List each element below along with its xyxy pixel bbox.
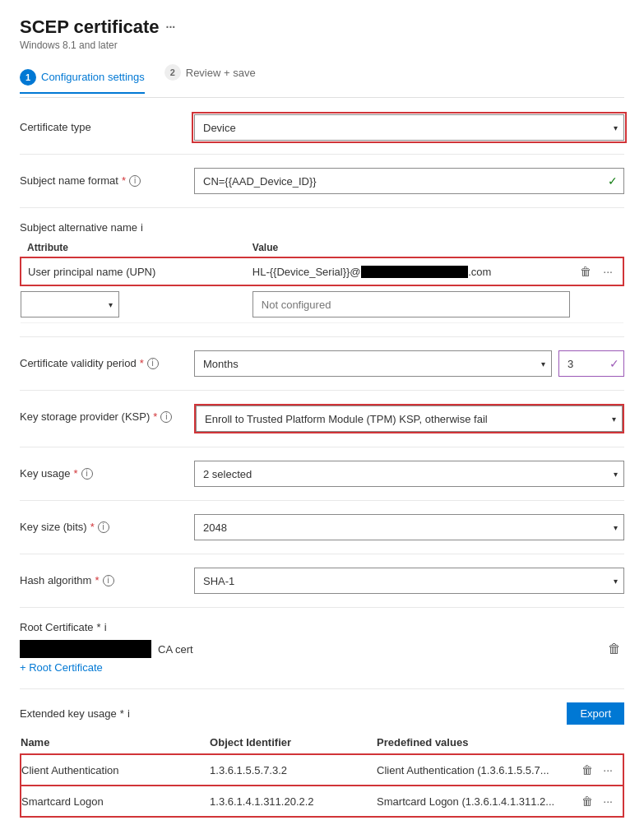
subject-name-format-select-wrapper: CN={{AAD_Device_ID}} ✓ <box>194 168 624 194</box>
eku-header: Extended key usage * i Export <box>20 702 624 725</box>
eku-row3-oid: 1.2.3.4.5.6.7.888 <box>210 817 377 825</box>
ellipsis-menu[interactable]: ··· <box>166 21 176 34</box>
subject-name-format-row: Subject name format * i CN={{AAD_Device_… <box>20 168 624 194</box>
certificate-type-row: Certificate type Device User ▾ <box>20 114 624 141</box>
san-info-icon[interactable]: i <box>141 221 143 234</box>
eku-row2-pred: Smartcard Logon (1.3.6.1.4.1.311.2... <box>377 786 578 817</box>
san-row1-value: HL-{{Device_Serial}}@redacted.com <box>253 266 491 278</box>
san-attr-col: Attribute <box>21 239 253 257</box>
eku-col-pred: Predefined values <box>377 731 578 754</box>
san-row1-attr: User principal name (UPN) <box>28 266 155 278</box>
ksp-select[interactable]: Enroll to Trusted Platform Module (TPM) … <box>196 406 623 432</box>
key-usage-row: Key usage * i 2 selected ▾ <box>20 461 624 487</box>
eku-row2-name: Smartcard Logon <box>21 786 210 817</box>
hash-algorithm-label: Hash algorithm * i <box>20 568 184 586</box>
san-row1-actions: 🗑 ··· <box>577 263 616 280</box>
san-row-1: User principal name (UPN) HL-{{Device_Se… <box>21 257 623 285</box>
ksp-select-wrapper: Enroll to Trusted Platform Module (TPM) … <box>194 404 624 433</box>
eku-col-oid: Object Identifier <box>210 731 377 754</box>
eku-row2-delete-btn[interactable]: 🗑 <box>578 793 596 809</box>
eku-label: Extended key usage <box>20 707 117 720</box>
root-cert-name: CA cert <box>158 643 193 656</box>
key-size-info-icon[interactable]: i <box>98 521 109 533</box>
validity-unit-select-wrapper: Months Days Years ▾ <box>194 350 552 377</box>
root-cert-redacted <box>20 640 151 658</box>
step-1-circle: 1 <box>20 69 36 86</box>
eku-table: Name Object Identifier Predefined values… <box>20 731 624 825</box>
hash-algorithm-control: SHA-1 SHA-2 ▾ <box>194 568 624 594</box>
eku-row3-pred: Test EKU (1.2.3.4.5.6.7.888) <box>377 817 578 825</box>
eku-row1-oid: 1.3.6.1.5.5.7.3.2 <box>210 754 377 786</box>
eku-row2-more-btn[interactable]: ··· <box>600 793 616 809</box>
step-2-circle: 2 <box>164 64 181 81</box>
san-table: Attribute Value User principal name (UPN… <box>20 239 624 323</box>
key-usage-select[interactable]: 2 selected <box>194 461 624 487</box>
eku-row-3: Test EKU 1.2.3.4.5.6.7.888 Test EKU (1.2… <box>21 817 623 825</box>
san-label: Subject alternative name i <box>20 221 624 234</box>
step-2-label: Review + save <box>186 67 256 79</box>
key-size-label: Key size (bits) * i <box>20 514 184 533</box>
key-usage-select-wrapper: 2 selected ▾ <box>194 461 624 487</box>
key-usage-info-icon[interactable]: i <box>81 468 93 480</box>
check-icon: ✓ <box>608 174 618 188</box>
ksp-row: Key storage provider (KSP) * i Enroll to… <box>20 404 624 433</box>
key-size-select[interactable]: 2048 1024 4096 <box>194 514 624 540</box>
eku-row1-actions: 🗑 ··· <box>578 762 616 778</box>
step-1[interactable]: 1 Configuration settings <box>20 69 145 94</box>
eku-row-1: Client Authentication 1.3.6.1.5.5.7.3.2 … <box>21 754 623 786</box>
san-value-col: Value <box>253 239 577 257</box>
step-2[interactable]: 2 Review + save <box>164 64 256 87</box>
subject-alternative-name-section: Subject alternative name i Attribute Val… <box>20 221 624 323</box>
eku-row1-delete-btn[interactable]: 🗑 <box>578 762 596 778</box>
san-row1-delete-btn[interactable]: 🗑 <box>577 263 595 280</box>
subject-name-format-select[interactable]: CN={{AAD_Device_ID}} <box>194 168 624 194</box>
ksp-label: Key storage provider (KSP) * i <box>20 404 184 423</box>
hash-algorithm-select[interactable]: SHA-1 SHA-2 <box>194 568 624 594</box>
key-size-select-wrapper: 2048 1024 4096 ▾ <box>194 514 624 540</box>
root-cert-row: CA cert 🗑 <box>20 640 624 658</box>
add-root-cert-btn[interactable]: + Root Certificate <box>20 661 103 674</box>
validity-number-wrapper: ✓ <box>558 350 624 377</box>
root-cert-delete-btn[interactable]: 🗑 <box>605 640 624 658</box>
validity-unit-select[interactable]: Months Days Years <box>194 350 552 377</box>
step-1-label: Configuration settings <box>41 71 145 83</box>
root-certificate-section: Root Certificate * i CA cert 🗑 + Root Ce… <box>20 621 624 674</box>
eku-row-2: Smartcard Logon 1.3.6.1.4.1.311.20.2.2 S… <box>21 786 623 817</box>
eku-info-icon[interactable]: i <box>127 707 130 720</box>
page-title: SCEP certificate <box>20 16 160 38</box>
root-cert-label: Root Certificate <box>20 621 94 633</box>
eku-col-name: Name <box>21 731 210 754</box>
key-usage-label: Key usage * i <box>20 461 184 480</box>
key-size-row: Key size (bits) * i 2048 1024 4096 ▾ <box>20 514 624 540</box>
ksp-control: Enroll to Trusted Platform Module (TPM) … <box>194 404 624 433</box>
eku-row2-actions: 🗑 ··· <box>578 793 616 809</box>
key-size-control: 2048 1024 4096 ▾ <box>194 514 624 540</box>
hash-info-icon[interactable]: i <box>103 575 114 586</box>
ksp-info-icon[interactable]: i <box>160 411 172 423</box>
certificate-type-select-wrapper: Device User ▾ <box>194 114 624 141</box>
eku-row1-name: Client Authentication <box>21 754 210 786</box>
eku-row3-name: Test EKU <box>21 817 210 825</box>
validity-info-icon[interactable]: i <box>147 358 159 369</box>
san-row-2: ▾ <box>21 285 623 323</box>
certificate-validity-label: Certificate validity period * i <box>20 350 184 369</box>
san-row1-more-btn[interactable]: ··· <box>600 263 616 280</box>
certificate-validity-row: Certificate validity period * i Months D… <box>20 350 624 377</box>
certificate-validity-control: Months Days Years ▾ ✓ <box>194 350 624 377</box>
subject-name-format-label: Subject name format * i <box>20 168 184 187</box>
root-cert-info-icon[interactable]: i <box>104 621 107 633</box>
hash-algorithm-select-wrapper: SHA-1 SHA-2 ▾ <box>194 568 624 594</box>
subject-name-format-control: CN={{AAD_Device_ID}} ✓ <box>194 168 624 194</box>
eku-row2-oid: 1.3.6.1.4.1.311.20.2.2 <box>210 786 377 817</box>
eku-row1-more-btn[interactable]: ··· <box>600 762 616 778</box>
san-row2-attr-select[interactable] <box>21 291 119 317</box>
wizard-steps: 1 Configuration settings 2 Review + save <box>20 64 624 98</box>
key-usage-control: 2 selected ▾ <box>194 461 624 487</box>
san-row2-value-input[interactable] <box>253 291 571 317</box>
certificate-type-label: Certificate type <box>20 114 184 133</box>
info-icon[interactable]: i <box>129 175 141 187</box>
page-subtitle: Windows 8.1 and later <box>20 39 624 51</box>
certificate-type-select[interactable]: Device User <box>194 114 624 141</box>
export-button[interactable]: Export <box>567 702 624 725</box>
required-star: * <box>122 174 126 187</box>
